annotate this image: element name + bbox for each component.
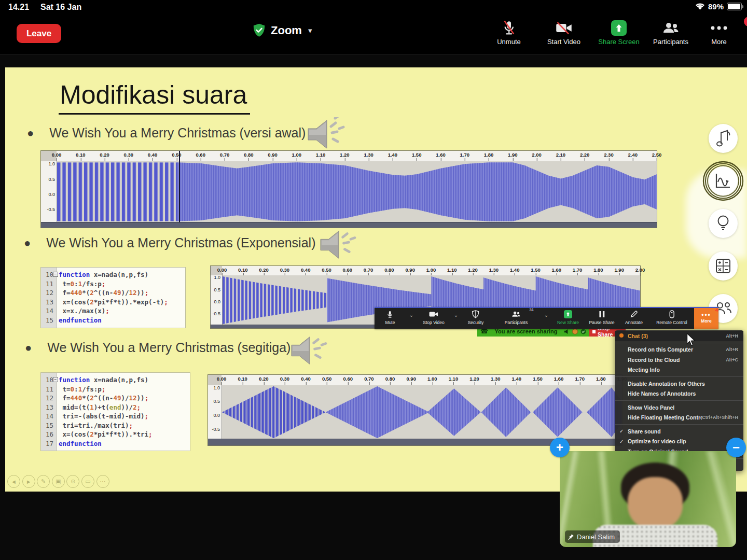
sharing-status-text: You are screen sharing [491, 328, 561, 334]
mic-icon [386, 310, 394, 319]
stop-video-button[interactable]: Stop Video [423, 310, 444, 325]
new-share-icon [564, 310, 572, 318]
speaker-icon [304, 117, 345, 151]
stop-icon [592, 330, 596, 333]
menu-item-optimize-for-video-clip[interactable]: ✓Optimize for video clip [615, 437, 743, 447]
participants-button-floating[interactable]: 31 Participants [505, 310, 528, 325]
nav-more-button[interactable]: ⋯ [96, 475, 109, 488]
speaker-icon [287, 334, 328, 367]
menu-item-meeting-info[interactable]: Meeting Info [615, 365, 743, 375]
menu-item-chat-3[interactable]: Chat (3)Alt+H [615, 331, 743, 341]
signal-wave-button[interactable] [709, 166, 738, 195]
pause-share-button[interactable]: Pause Share [589, 310, 614, 325]
code-lines: function x=nada(n,p,fs) t=0:1/fs:p; f=44… [57, 268, 172, 328]
menu-separator [615, 400, 743, 401]
participants-options-chevron[interactable]: ⌄ [544, 312, 548, 318]
track-scrollbar [41, 222, 657, 228]
amplitude-scale: 1.00.50.0-0.5-1.0 [211, 275, 223, 328]
lightbulb-button[interactable] [709, 209, 738, 238]
mute-options-chevron[interactable]: ⌄ [409, 312, 413, 318]
leave-button[interactable]: Leave [17, 24, 61, 43]
start-video-button[interactable]: Start Video [535, 20, 592, 46]
menu-item-hide-names-of-annotators[interactable]: Hide Names of Annotators [615, 389, 743, 399]
checkmark-icon: ✓ [619, 428, 628, 434]
menu-item-hide-floating-meeting-controls[interactable]: Hide Floating Meeting ControlsCtrl+Alt+S… [615, 413, 743, 423]
line-numbers: 101112131415 [41, 268, 57, 328]
code-lines: function x=nada(n,p,fs) t=0:1/fs:p; f=44… [57, 373, 157, 451]
secure-check-icon[interactable] [580, 329, 586, 334]
speaker-icon [316, 228, 357, 261]
mic-muted-icon [502, 20, 516, 36]
more-button[interactable]: 2 More [690, 20, 747, 46]
more-dots-icon [710, 25, 728, 31]
line-numbers: 1011121314151617 [41, 373, 57, 451]
video-enlarge-button[interactable]: + [550, 438, 570, 457]
participant-face [628, 477, 683, 530]
waveform-segitiga: 0.000.100.200.300.400.500.600.700.800.90… [208, 374, 622, 446]
status-bar: 14.21 Sat 16 Jan 89% [0, 0, 747, 15]
timeline-ruler: 0.000.100.200.300.400.500.600.700.800.90… [222, 266, 640, 276]
more-dots-icon: ••• [694, 311, 718, 318]
mute-button[interactable]: Mute [385, 310, 395, 325]
nav-duplicate-button[interactable]: ▣ [52, 475, 65, 488]
video-options-chevron[interactable]: ⌄ [454, 312, 458, 318]
remote-control-button[interactable]: Remote Control [656, 310, 687, 325]
menu-separator [615, 376, 743, 377]
timeline-ruler: 0.000.100.200.300.400.500.600.700.800.90… [222, 375, 622, 386]
nav-display-button[interactable]: ▭ [81, 475, 94, 488]
floating-meeting-controls: Mute ⌄ Stop Video ⌄ Security 31 P [375, 307, 718, 329]
meeting-title-dropdown[interactable]: Zoom ▾ [253, 23, 312, 37]
menu-separator [615, 343, 743, 343]
phone-icon[interactable]: ☎ [480, 328, 488, 335]
nav-pen-button[interactable]: ✎ [37, 475, 50, 488]
music-note-icon [715, 130, 731, 147]
wifi-icon [695, 3, 705, 10]
security-button[interactable]: Security [468, 310, 484, 325]
more-button-floating[interactable]: ••• More 4 [694, 308, 718, 329]
date: Sat 16 Jan [40, 3, 81, 12]
chevron-down-icon: ▾ [308, 26, 312, 35]
annotate-button[interactable]: Annotate [625, 310, 643, 325]
pencil-icon [630, 311, 638, 318]
menu-item-record-on-this-computer[interactable]: Record on this ComputerAlt+R [615, 345, 743, 355]
code-block-segitiga: 1011121314151617 function x=nada(n,p,fs)… [40, 372, 190, 451]
nav-forward-button[interactable]: ► [22, 475, 35, 488]
participants-icon [662, 21, 680, 35]
menu-separator [615, 424, 743, 425]
unmute-button[interactable]: Unmute [480, 20, 537, 46]
share-screen-button[interactable]: Share Screen [590, 20, 647, 46]
music-note-button[interactable] [709, 124, 738, 153]
record-dot-icon[interactable] [572, 329, 578, 334]
participant-count: 31 [529, 307, 534, 312]
menu-item-share-sound[interactable]: ✓Share sound [615, 426, 743, 437]
calculator-button[interactable] [709, 251, 738, 281]
camera-icon [429, 311, 439, 318]
shield-icon [472, 310, 479, 318]
audio-icon[interactable] [564, 329, 570, 334]
clock: 14.21 [8, 3, 29, 12]
playback-cursor [179, 151, 180, 222]
participants-icon [511, 311, 521, 318]
slide-title: Modifikasi suara [59, 80, 250, 115]
menu-item-show-video-panel[interactable]: Show Video Panel [615, 402, 743, 413]
nav-search-button[interactable]: ⊙ [66, 475, 79, 488]
nav-back-button[interactable]: ◄ [7, 475, 20, 488]
amplitude-scale: 1.00.50.0-0.5-1.0 [208, 385, 222, 445]
video-shrink-button[interactable]: − [726, 438, 746, 457]
meeting-title-label: Zoom [271, 24, 302, 37]
amplitude-scale: 1.00.50.0-0.5-1.0 [41, 161, 57, 228]
new-share-button[interactable]: New Share [557, 310, 579, 325]
security-shield-icon [253, 23, 266, 37]
chat-notification-dot [619, 333, 624, 338]
zoom-toolbar: Leave Zoom ▾ Unmute [0, 15, 747, 55]
menu-item-disable-annotation-for-others[interactable]: Disable Annotation for Others [615, 379, 743, 389]
remote-control-icon [669, 310, 674, 318]
battery-percent: 89% [708, 2, 724, 11]
menu-item-record-to-the-cloud[interactable]: Record to the CloudAlt+C [615, 355, 743, 365]
pin-icon [568, 534, 574, 540]
ipad-zoom-screen: 14.21 Sat 16 Jan 89% Leave Zoom ▾ [0, 0, 747, 560]
camera-off-icon [555, 21, 573, 35]
lightbulb-icon [716, 215, 730, 232]
participant-video-daniel-salim[interactable]: Daniel Salim [560, 451, 736, 547]
checkmark-icon: ✓ [619, 439, 628, 444]
